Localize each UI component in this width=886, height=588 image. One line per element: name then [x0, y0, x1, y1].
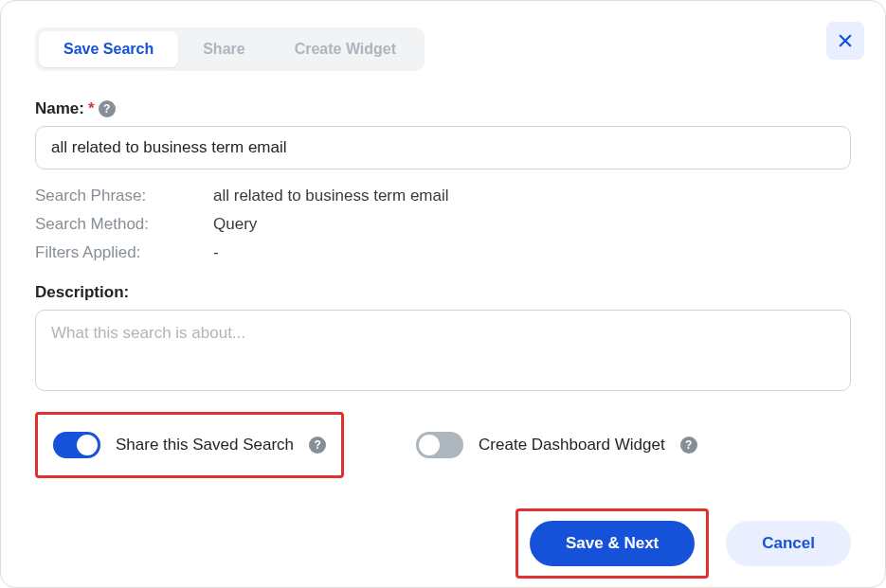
description-textarea[interactable]: [35, 310, 851, 391]
search-phrase-label: Search Phrase:: [35, 187, 213, 205]
tab-share[interactable]: Share: [178, 31, 269, 67]
name-input[interactable]: [35, 126, 851, 169]
help-icon[interactable]: ?: [309, 437, 326, 454]
toggle-row: Share this Saved Search ? Create Dashboa…: [35, 412, 851, 478]
cancel-button[interactable]: Cancel: [726, 521, 851, 566]
required-indicator: *: [88, 99, 95, 118]
share-toggle[interactable]: [53, 432, 100, 458]
save-next-highlight: Save & Next: [515, 508, 709, 579]
name-label-row: Name: * ?: [35, 99, 851, 118]
filters-applied-label: Filters Applied:: [35, 243, 213, 262]
share-toggle-label: Share this Saved Search: [116, 436, 294, 454]
button-row: Save & Next Cancel: [35, 508, 851, 579]
toggle-knob: [77, 435, 98, 455]
search-phrase-value: all related to business term email: [213, 187, 851, 205]
tab-save-search[interactable]: Save Search: [39, 31, 178, 67]
close-button[interactable]: [826, 22, 864, 60]
share-toggle-group: Share this Saved Search ?: [35, 412, 344, 478]
filters-applied-value: -: [213, 243, 851, 262]
widget-toggle[interactable]: [416, 432, 463, 458]
close-icon: [837, 32, 854, 49]
save-search-modal: Save Search Share Create Widget Name: * …: [1, 1, 885, 588]
toggle-knob: [419, 435, 440, 455]
widget-toggle-group: Create Dashboard Widget ?: [401, 412, 713, 478]
help-icon[interactable]: ?: [680, 437, 697, 454]
tab-create-widget[interactable]: Create Widget: [270, 31, 421, 67]
search-method-value: Query: [213, 215, 851, 234]
widget-toggle-label: Create Dashboard Widget: [479, 436, 665, 454]
search-method-label: Search Method:: [35, 215, 213, 234]
description-label: Description:: [35, 283, 851, 302]
search-info: Search Phrase: all related to business t…: [35, 187, 851, 262]
help-icon[interactable]: ?: [99, 100, 116, 117]
save-next-button[interactable]: Save & Next: [530, 521, 695, 566]
tab-bar: Save Search Share Create Widget: [35, 27, 425, 71]
name-label: Name:: [35, 99, 84, 118]
